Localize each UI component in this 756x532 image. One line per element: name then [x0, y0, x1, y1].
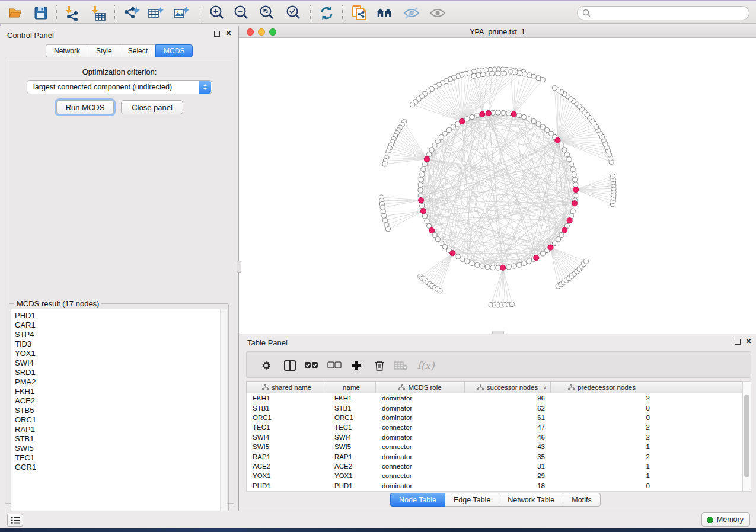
show-all-icon[interactable] — [428, 4, 447, 23]
delete-column-icon[interactable] — [371, 357, 388, 374]
main-toolbar — [0, 1, 756, 24]
mcds-result-item[interactable]: RAP1 — [15, 425, 227, 434]
mcds-result-item[interactable]: FKH1 — [15, 387, 227, 396]
tab-select[interactable]: Select — [120, 44, 155, 57]
mcds-result-item[interactable]: GCR1 — [15, 463, 227, 472]
deselect-all-icon[interactable] — [326, 357, 343, 374]
mcds-result-item[interactable]: TID3 — [15, 339, 227, 349]
close-panel-button[interactable]: Close panel — [121, 100, 183, 114]
network-view-titlebar[interactable]: YPA_prune.txt_1 — [239, 26, 756, 38]
table-cell: connector — [376, 443, 465, 450]
network-view-window: YPA_prune.txt_1 — [239, 26, 756, 334]
export-table-icon[interactable] — [146, 4, 165, 23]
tab-network-table[interactable]: Network Table — [499, 493, 563, 507]
mcds-result-item[interactable]: ORC1 — [15, 415, 227, 425]
export-image-icon[interactable] — [172, 4, 191, 23]
export-network-icon[interactable] — [122, 4, 141, 23]
optimization-criterion-label: Optimization criterion: — [5, 68, 234, 76]
tab-mcds[interactable]: MCDS — [155, 44, 193, 57]
mcds-result-item[interactable]: SWI4 — [15, 358, 227, 368]
delete-table-icon — [392, 357, 410, 374]
table-row[interactable]: PHD1PHD1dominator180 — [247, 481, 742, 491]
select-all-icon[interactable] — [302, 357, 320, 374]
table-cell: 62 — [465, 405, 551, 412]
mcds-result-item[interactable]: SWI5 — [15, 444, 227, 453]
tab-style[interactable]: Style — [88, 44, 120, 57]
import-network-icon[interactable] — [63, 4, 82, 23]
mcds-list-scrollbar[interactable] — [220, 309, 227, 521]
copy-network-icon[interactable] — [350, 4, 369, 23]
table-cell: 35 — [465, 453, 551, 460]
table-row[interactable]: STB1STB1dominator620 — [247, 403, 742, 412]
optimization-criterion-dropdown[interactable]: largest connected component (undirected) — [27, 80, 212, 94]
mcds-result-item[interactable]: STB1 — [15, 434, 227, 444]
table-panel: Table Panel ✕ f(x) shared name — [239, 334, 756, 511]
table-cell: connector — [376, 463, 465, 470]
table-cell: dominator — [376, 414, 465, 421]
add-column-icon[interactable] — [347, 357, 365, 374]
tab-edge-table[interactable]: Edge Table — [445, 493, 499, 507]
table-row[interactable]: ACE2ACE2connector311 — [247, 462, 742, 471]
mcds-result-item[interactable]: PMA2 — [15, 377, 227, 387]
refresh-view-icon[interactable] — [317, 4, 336, 23]
table-scrollbar-thumb[interactable] — [744, 395, 749, 477]
column-header-shared-name[interactable]: shared name — [247, 382, 327, 393]
mcds-result-item[interactable]: ACE2 — [15, 396, 227, 406]
show-panels-button[interactable] — [7, 514, 23, 527]
mcds-result-item[interactable]: TEC1 — [15, 453, 227, 463]
sort-chevron-icon[interactable]: ∨ — [543, 384, 547, 390]
dropdown-value: largest connected component (undirected) — [27, 83, 199, 91]
list-icon — [11, 516, 20, 524]
float-panel-icon[interactable] — [214, 31, 220, 37]
float-table-panel-icon[interactable] — [735, 339, 741, 345]
tab-node-table[interactable]: Node Table — [390, 493, 445, 507]
tab-network[interactable]: Network — [46, 44, 88, 57]
search-input[interactable] — [594, 9, 749, 17]
show-columns-icon[interactable] — [281, 357, 299, 374]
table-cell: 0 — [551, 414, 653, 421]
memory-button[interactable]: Memory — [701, 512, 750, 527]
run-mcds-button[interactable]: Run MCDS — [56, 100, 114, 114]
table-row[interactable]: SWI5SWI5connector431 — [247, 442, 742, 451]
node-table-body[interactable]: FKH1FKH1dominator962STB1STB1dominator620… — [246, 393, 742, 492]
column-header-predecessor-nodes[interactable]: predecessor nodes — [551, 382, 653, 393]
table-row[interactable]: FKH1FKH1dominator962 — [247, 393, 742, 403]
mcds-result-item[interactable]: SRD1 — [15, 368, 227, 377]
table-row[interactable]: TEC1TEC1connector472 — [247, 422, 742, 432]
close-panel-icon[interactable]: ✕ — [225, 30, 232, 37]
hide-selected-icon[interactable] — [402, 4, 421, 23]
zoom-fit-icon[interactable] — [257, 4, 276, 23]
table-row[interactable]: YOX1YOX1connector291 — [247, 471, 742, 480]
network-canvas[interactable] — [239, 38, 756, 334]
column-header-successor-nodes[interactable]: successor nodes ∨ — [465, 382, 551, 393]
vertical-splitter-handle[interactable] — [237, 261, 241, 273]
mcds-result-item[interactable]: STB5 — [15, 406, 227, 415]
mcds-result-groupbox: MCDS result (17 nodes) PHD1CAR1STP4TID3Y… — [9, 303, 229, 523]
zoom-selected-icon[interactable] — [284, 4, 303, 23]
table-row[interactable]: RAP1RAP1dominator352 — [247, 451, 742, 461]
column-header-mcds-role[interactable]: MCDS role — [376, 382, 465, 393]
open-file-icon[interactable] — [7, 4, 25, 23]
search-box[interactable] — [577, 6, 749, 20]
mcds-result-list[interactable]: PHD1CAR1STP4TID3YOX1SWI4SRD1PMA2FKH1ACE2… — [11, 309, 227, 521]
save-session-icon[interactable] — [31, 4, 50, 23]
table-scrollbar[interactable] — [742, 381, 751, 492]
mcds-result-item[interactable]: PHD1 — [15, 311, 227, 321]
table-cell: ACE2 — [247, 463, 327, 470]
import-table-icon[interactable] — [89, 4, 108, 23]
mcds-result-item[interactable]: STP4 — [15, 330, 227, 339]
column-header-name[interactable]: name — [327, 382, 376, 393]
tab-motifs[interactable]: Motifs — [563, 493, 600, 507]
mcds-result-item[interactable]: YOX1 — [15, 349, 227, 358]
table-row[interactable]: SWI4SWI4dominator462 — [247, 432, 742, 442]
zoom-in-icon[interactable] — [208, 4, 227, 23]
table-cell: 1 — [551, 472, 653, 479]
first-neighbors-icon[interactable] — [375, 4, 394, 23]
table-row[interactable]: ORC1ORC1dominator610 — [247, 413, 742, 422]
network-svg[interactable] — [239, 38, 756, 334]
table-settings-icon[interactable] — [257, 357, 275, 374]
mcds-result-item[interactable]: CAR1 — [15, 321, 227, 330]
zoom-out-icon[interactable] — [232, 4, 251, 23]
table-cell: SWI4 — [327, 434, 376, 441]
close-table-panel-icon[interactable]: ✕ — [745, 338, 752, 345]
